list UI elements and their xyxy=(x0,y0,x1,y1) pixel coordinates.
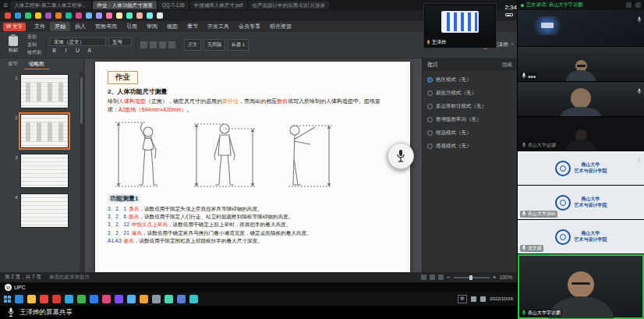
radio-icon[interactable] xyxy=(427,104,433,109)
volume-icon[interactable] xyxy=(471,296,476,302)
quick-app-icon-5[interactable] xyxy=(55,12,62,19)
annotation-option[interactable]: 热区模式（无） xyxy=(427,76,512,83)
participant-tile[interactable] xyxy=(518,82,644,117)
start-button[interactable] xyxy=(4,296,11,303)
clipboard-button[interactable]: 剪切 xyxy=(27,34,41,41)
quick-app-icon-0[interactable] xyxy=(5,12,11,19)
participant-tile[interactable]: 燕山大学宇岩鹏 xyxy=(518,254,644,319)
thumbnail-scrollbar[interactable] xyxy=(80,71,83,272)
format-button-I[interactable]: I xyxy=(62,48,70,53)
qq-icon[interactable] xyxy=(65,295,73,303)
format-button-U[interactable]: U xyxy=(73,48,82,53)
speaker-icon[interactable] xyxy=(626,2,632,8)
line-spacing-icon[interactable] xyxy=(168,41,175,48)
quick-app-icon-15[interactable] xyxy=(157,12,163,19)
font-size-select[interactable]: 五号 xyxy=(108,37,132,46)
status-hint[interactable]: 单击此处添加批注 xyxy=(49,274,90,281)
paste-button[interactable]: 粘贴 xyxy=(3,34,23,56)
format-button-B[interactable]: B xyxy=(50,48,58,53)
participant-tile[interactable]: 燕山大学艺术与设计学院张文超 xyxy=(518,220,644,254)
quick-app-icon-8[interactable] xyxy=(86,12,92,19)
taskbar-date[interactable]: 2022/10/26 xyxy=(490,296,513,301)
quick-app-icon-9[interactable] xyxy=(96,12,102,19)
radio-icon[interactable] xyxy=(427,130,433,136)
style-chip[interactable]: 标题 1 xyxy=(228,39,249,51)
align-center-icon[interactable] xyxy=(150,41,157,48)
wps-office-icon[interactable] xyxy=(52,295,61,303)
quick-app-icon-1[interactable] xyxy=(15,12,21,19)
zoom-level[interactable]: 100% xyxy=(499,275,512,280)
menu-tab-稻壳资源[interactable]: 稻壳资源 xyxy=(265,22,296,31)
video-player-icon[interactable] xyxy=(115,295,123,303)
participant-mic-status[interactable] xyxy=(637,153,642,167)
mail-icon[interactable] xyxy=(127,295,136,303)
radio-icon[interactable] xyxy=(427,77,433,83)
radio-icon[interactable] xyxy=(427,144,433,149)
participant-tile[interactable]: 燕山大学艺术与设计学院燕山大学孙科 xyxy=(518,186,644,220)
annotation-option[interactable]: 框选模式（无） xyxy=(427,129,512,136)
zoom-slider[interactable] xyxy=(454,277,490,278)
annotation-hide-button[interactable]: 隐藏 xyxy=(502,62,512,69)
annotation-option[interactable]: 多边形标注模式（无） xyxy=(427,103,512,110)
align-left-icon[interactable] xyxy=(140,41,147,48)
quick-app-icon-14[interactable] xyxy=(147,12,153,19)
network-icon[interactable] xyxy=(480,296,486,302)
expand-panel-icon[interactable] xyxy=(635,2,641,8)
style-chip[interactable]: 无间隔 xyxy=(203,39,225,51)
document-tab[interactable]: 人体工程学-第二章人体工程学基础 xyxy=(10,1,91,9)
read-mode-icon[interactable] xyxy=(421,275,426,280)
quick-app-icon-2[interactable] xyxy=(25,12,31,19)
page-thumbnail-preview[interactable] xyxy=(20,74,69,108)
print-layout-icon[interactable] xyxy=(430,275,435,280)
page-thumbnail-preview[interactable] xyxy=(20,193,69,228)
participant-tile[interactable]: 燕山大学艺术与设计学院 xyxy=(518,151,644,186)
align-right-icon[interactable] xyxy=(159,41,166,48)
ime-language-indicator[interactable]: 中 xyxy=(458,295,467,303)
page-thumbnail[interactable]: 1 xyxy=(11,74,69,108)
page-thumbnail-preview[interactable] xyxy=(20,154,69,188)
quick-app-icon-12[interactable] xyxy=(126,12,133,19)
menu-tab-会员专享[interactable]: 会员专享 xyxy=(234,22,265,31)
participant-mic-status[interactable] xyxy=(637,83,642,97)
menu-tab-视图[interactable]: 视图 xyxy=(162,22,182,31)
quick-app-icon-3[interactable] xyxy=(35,12,41,19)
menu-tab-插入[interactable]: 插入 xyxy=(70,22,90,31)
annotation-option[interactable]: 新批注模式（无） xyxy=(427,90,512,97)
radio-icon[interactable] xyxy=(427,117,433,122)
presenter-video-overlay[interactable]: 王泽烨 xyxy=(423,3,497,48)
document-canvas[interactable]: 作业 2、人体功能尺寸测量 绘制人体构造图（正面），确定其尺寸的选用的百分位，查… xyxy=(85,58,422,272)
page-thumbnail-preview[interactable] xyxy=(20,114,69,148)
clipboard-button[interactable]: 格式刷 xyxy=(27,49,41,56)
page-thumbnail[interactable]: 3 xyxy=(11,154,69,188)
radio-icon[interactable] xyxy=(427,90,433,96)
quick-app-icon-10[interactable] xyxy=(106,12,112,19)
document-tab[interactable]: 在产品设计中的应用-幻灯片演讲 xyxy=(249,1,329,9)
app-menu-icon[interactable]: ☰ xyxy=(3,2,8,9)
browser-2-icon[interactable] xyxy=(189,295,198,303)
chrome-browser-icon[interactable] xyxy=(40,295,48,303)
format-button-A[interactable]: A xyxy=(85,48,94,53)
participant-mic-status[interactable] xyxy=(637,12,642,26)
wechat-icon[interactable] xyxy=(77,295,86,303)
document-tab[interactable]: 中国城市人体尺寸.pdf xyxy=(190,1,247,9)
music-player-icon[interactable] xyxy=(102,295,111,303)
quick-app-icon-4[interactable] xyxy=(45,12,51,19)
participant-tile[interactable] xyxy=(518,10,644,47)
zoom-in-button[interactable]: + xyxy=(493,274,497,281)
style-chip[interactable]: 正文 xyxy=(184,39,201,51)
clipboard-button[interactable]: 复制 xyxy=(27,41,41,48)
font-name-select[interactable]: 宋体（正文） xyxy=(50,37,106,46)
menu-tab-审阅[interactable]: 审阅 xyxy=(142,22,162,31)
participant-tile[interactable]: aaa xyxy=(518,47,644,82)
photos-icon[interactable] xyxy=(177,295,186,303)
edge-browser-icon[interactable] xyxy=(15,295,23,303)
menu-tab-引用[interactable]: 引用 xyxy=(122,22,142,31)
calculator-icon[interactable] xyxy=(165,295,173,303)
page-thumbnail[interactable]: 4 xyxy=(11,193,69,228)
zoom-slider-handle[interactable] xyxy=(469,275,472,280)
notes-icon[interactable] xyxy=(140,295,148,303)
page-thumbnail[interactable]: 2 xyxy=(11,114,69,148)
menu-tab-章节[interactable]: 章节 xyxy=(182,22,203,31)
zoom-out-button[interactable]: − xyxy=(447,274,451,281)
file-explorer-icon[interactable] xyxy=(27,295,36,303)
